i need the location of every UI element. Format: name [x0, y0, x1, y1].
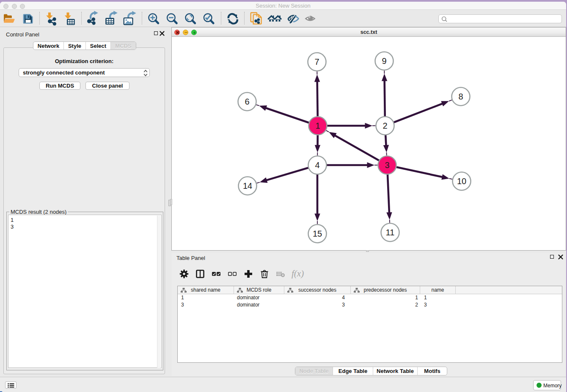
svg-text:2: 2 [383, 121, 387, 130]
svg-text:9: 9 [382, 56, 386, 66]
svg-text:15: 15 [313, 229, 322, 238]
svg-text:11: 11 [386, 228, 395, 237]
svg-text:8: 8 [458, 92, 463, 101]
svg-text:6: 6 [245, 97, 249, 106]
svg-text:3: 3 [385, 160, 389, 170]
svg-text:4: 4 [315, 160, 319, 170]
svg-text:1: 1 [315, 121, 320, 130]
svg-text:7: 7 [314, 57, 319, 66]
svg-text:14: 14 [243, 181, 252, 190]
svg-text:10: 10 [457, 177, 466, 186]
